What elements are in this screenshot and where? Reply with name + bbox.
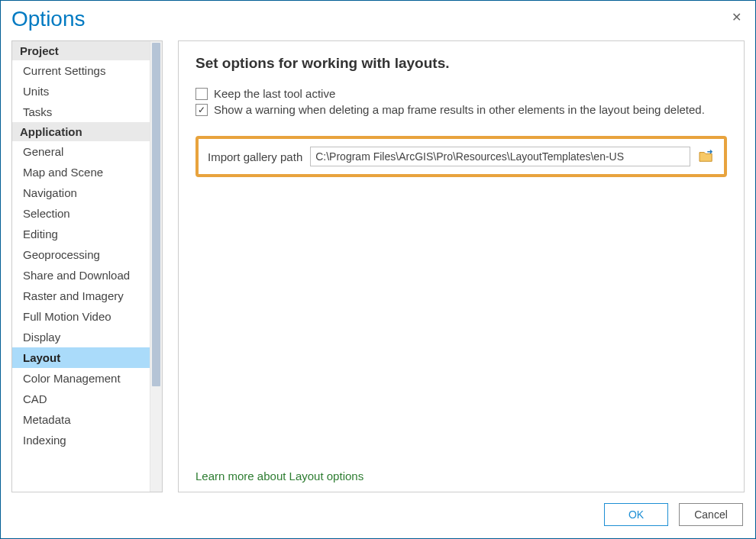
window-title: Options [11, 7, 86, 31]
sidebar-item-selection[interactable]: Selection [12, 203, 150, 224]
sidebar-item-editing[interactable]: Editing [12, 224, 150, 244]
sidebar-item-metadata[interactable]: Metadata [12, 409, 150, 430]
learn-more-link[interactable]: Learn more about Layout options [195, 462, 727, 483]
import-gallery-path-label: Import gallery path [208, 150, 302, 163]
sidebar-item-units[interactable]: Units [12, 81, 150, 102]
sidebar-item-raster-and-imagery[interactable]: Raster and Imagery [12, 286, 150, 306]
checkbox-show-warning[interactable] [195, 104, 208, 116]
checkbox-row-keep-last-tool[interactable]: Keep the last tool active [195, 87, 727, 100]
import-gallery-path-group: Import gallery path [195, 136, 727, 177]
sidebar-scrollbar[interactable] [150, 41, 162, 492]
sidebar-list: Project Current Settings Units Tasks App… [12, 41, 162, 492]
dialog-footer: OK Cancel [1, 492, 755, 538]
sidebar-section-application: Application [12, 122, 162, 141]
sidebar-item-display[interactable]: Display [12, 327, 150, 347]
checkbox-label: Keep the last tool active [214, 87, 335, 100]
browse-folder-icon[interactable] [698, 150, 715, 163]
sidebar-item-geoprocessing[interactable]: Geoprocessing [12, 244, 150, 265]
sidebar-item-share-and-download[interactable]: Share and Download [12, 265, 150, 286]
checkbox-keep-last-tool[interactable] [195, 88, 208, 100]
sidebar-scrollbar-thumb[interactable] [152, 43, 160, 386]
checkbox-row-show-warning[interactable]: Show a warning when deleting a map frame… [195, 103, 727, 116]
sidebar-item-current-settings[interactable]: Current Settings [12, 60, 150, 81]
sidebar-item-map-and-scene[interactable]: Map and Scene [12, 162, 150, 182]
sidebar-item-full-motion-video[interactable]: Full Motion Video [12, 306, 150, 327]
content: Set options for working with layouts. Ke… [179, 41, 744, 492]
sidebar-item-layout[interactable]: Layout [12, 347, 150, 368]
sidebar-item-cad[interactable]: CAD [12, 389, 150, 409]
sidebar-item-navigation[interactable]: Navigation [12, 182, 150, 203]
content-panel: Set options for working with layouts. Ke… [178, 40, 745, 492]
sidebar: Project Current Settings Units Tasks App… [11, 40, 163, 492]
ok-button[interactable]: OK [604, 503, 668, 526]
cancel-button[interactable]: Cancel [679, 503, 743, 526]
sidebar-item-color-management[interactable]: Color Management [12, 368, 150, 389]
import-gallery-path-input[interactable] [310, 147, 690, 166]
content-heading: Set options for working with layouts. [195, 55, 727, 72]
checkbox-label: Show a warning when deleting a map frame… [214, 103, 705, 116]
sidebar-item-indexing[interactable]: Indexing [12, 430, 150, 450]
body-area: Project Current Settings Units Tasks App… [1, 40, 755, 492]
sidebar-item-general[interactable]: General [12, 141, 150, 162]
sidebar-section-project: Project [12, 41, 162, 60]
sidebar-item-tasks[interactable]: Tasks [12, 102, 150, 122]
titlebar: Options ✕ [1, 1, 755, 40]
close-icon[interactable]: ✕ [729, 7, 745, 27]
